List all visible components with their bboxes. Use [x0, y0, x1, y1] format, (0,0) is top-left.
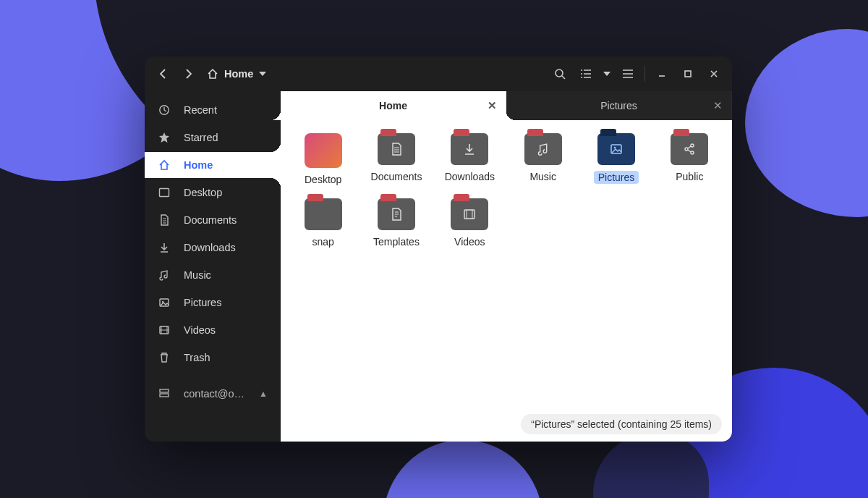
- svg-rect-3: [160, 189, 169, 197]
- chevron-down-icon: [603, 72, 610, 76]
- status-bar: “Pictures” selected (containing 25 items…: [521, 414, 722, 434]
- sidebar-item-recent[interactable]: Recent: [145, 97, 281, 123]
- file-item[interactable]: Pictures: [582, 133, 650, 185]
- video-icon: [158, 324, 171, 336]
- maximize-button[interactable]: [676, 62, 700, 86]
- folder-icon: [671, 133, 708, 165]
- tab-pictures[interactable]: Pictures ✕: [506, 91, 732, 120]
- close-button[interactable]: [702, 62, 726, 86]
- sidebar-item-label: Home: [184, 159, 213, 171]
- file-item[interactable]: snap: [289, 198, 357, 248]
- folder-icon: [378, 198, 415, 230]
- home-icon: [158, 159, 171, 171]
- view-options-button[interactable]: [600, 62, 614, 86]
- home-icon: [207, 68, 218, 80]
- status-text: “Pictures” selected (containing 25 items…: [531, 418, 712, 430]
- download-icon: [158, 242, 171, 253]
- tab-close-button[interactable]: ✕: [713, 99, 723, 112]
- folder-icon: [597, 133, 635, 165]
- svg-rect-1: [685, 71, 691, 77]
- sidebar-item-home[interactable]: Home: [145, 152, 295, 178]
- sidebar-item-label: Starred: [184, 132, 218, 143]
- titlebar: Home: [145, 56, 732, 91]
- sidebar-item-desktop[interactable]: Desktop: [145, 180, 281, 206]
- desktop-icon: [158, 187, 171, 198]
- window-body: Recent Starred Home Desktop Documents Do…: [145, 91, 732, 442]
- trash-icon: [158, 352, 171, 363]
- background-blob: [745, 29, 868, 217]
- tab-label: Home: [379, 100, 407, 111]
- file-manager-window: Home: [145, 56, 732, 442]
- hamburger-menu-button[interactable]: [616, 62, 640, 86]
- tab-home[interactable]: Home ✕: [281, 91, 506, 120]
- file-label: Documents: [371, 171, 422, 182]
- minimize-icon: [658, 69, 666, 78]
- desktop-icon: [305, 133, 342, 168]
- file-item[interactable]: Desktop: [289, 133, 357, 185]
- sidebar-item-label: Trash: [184, 352, 210, 363]
- close-icon: [710, 69, 718, 78]
- sidebar-item-videos[interactable]: Videos: [145, 317, 281, 343]
- divider: [644, 66, 645, 82]
- svg-rect-8: [160, 394, 169, 397]
- maximize-icon: [684, 69, 692, 78]
- tab-strip: Home ✕ Pictures ✕: [281, 91, 732, 120]
- svg-point-12: [691, 144, 694, 147]
- file-label: Pictures: [594, 171, 639, 184]
- sidebar-item-label: Music: [184, 269, 211, 281]
- sidebar-item-label: contact@o…: [184, 388, 244, 400]
- sidebar-item-label: Documents: [184, 214, 237, 226]
- clock-icon: [158, 104, 171, 116]
- path-bar[interactable]: Home: [203, 68, 271, 80]
- view-list-button[interactable]: [574, 62, 598, 86]
- chevron-right-icon: [185, 69, 192, 79]
- chevron-left-icon: [159, 69, 166, 79]
- document-icon: [158, 214, 171, 226]
- svg-rect-7: [160, 389, 169, 392]
- server-icon: [158, 388, 171, 400]
- star-icon: [158, 132, 171, 143]
- list-icon: [580, 69, 592, 79]
- eject-icon[interactable]: ▲: [259, 389, 268, 399]
- file-label: Downloads: [445, 171, 495, 182]
- folder-icon: [305, 198, 342, 230]
- sidebar-item-downloads[interactable]: Downloads: [145, 235, 281, 261]
- search-button[interactable]: [548, 62, 572, 86]
- file-item[interactable]: Templates: [362, 198, 430, 248]
- file-item[interactable]: Documents: [362, 133, 430, 185]
- tab-close-button[interactable]: ✕: [488, 99, 497, 112]
- search-icon: [554, 68, 566, 80]
- minimize-button[interactable]: [650, 62, 674, 86]
- picture-icon: [158, 297, 171, 308]
- forward-button[interactable]: [176, 62, 201, 86]
- sidebar: Recent Starred Home Desktop Documents Do…: [145, 91, 281, 442]
- sidebar-item-label: Videos: [184, 324, 216, 336]
- back-button[interactable]: [150, 62, 175, 86]
- sidebar-item-trash[interactable]: Trash: [145, 345, 281, 371]
- folder-icon: [378, 133, 415, 165]
- file-label: Public: [676, 171, 703, 182]
- sidebar-item-mount[interactable]: contact@o… ▲: [145, 381, 281, 407]
- svg-point-13: [691, 151, 694, 154]
- folder-icon: [451, 133, 488, 165]
- file-item[interactable]: Music: [509, 133, 576, 185]
- file-label: snap: [312, 236, 333, 248]
- svg-rect-14: [464, 210, 475, 219]
- content-pane[interactable]: DesktopDocumentsDownloadsMusicPicturesPu…: [281, 120, 732, 442]
- sidebar-item-starred[interactable]: Starred: [145, 124, 281, 151]
- folder-icon: [524, 133, 562, 165]
- file-item[interactable]: Public: [656, 133, 723, 185]
- sidebar-item-label: Recent: [184, 104, 217, 116]
- sidebar-item-pictures[interactable]: Pictures: [145, 290, 281, 316]
- svg-point-11: [685, 148, 688, 151]
- sidebar-item-label: Downloads: [184, 242, 236, 253]
- file-item[interactable]: Downloads: [436, 133, 503, 185]
- svg-point-10: [614, 147, 616, 149]
- sidebar-item-documents[interactable]: Documents: [145, 207, 281, 233]
- sidebar-item-music[interactable]: Music: [145, 262, 281, 288]
- hamburger-icon: [622, 69, 634, 79]
- music-icon: [158, 269, 171, 281]
- main-column: Home ✕ Pictures ✕ DesktopDocumentsDownlo…: [281, 91, 732, 442]
- file-item[interactable]: Videos: [436, 198, 503, 248]
- chevron-down-icon: [259, 72, 266, 76]
